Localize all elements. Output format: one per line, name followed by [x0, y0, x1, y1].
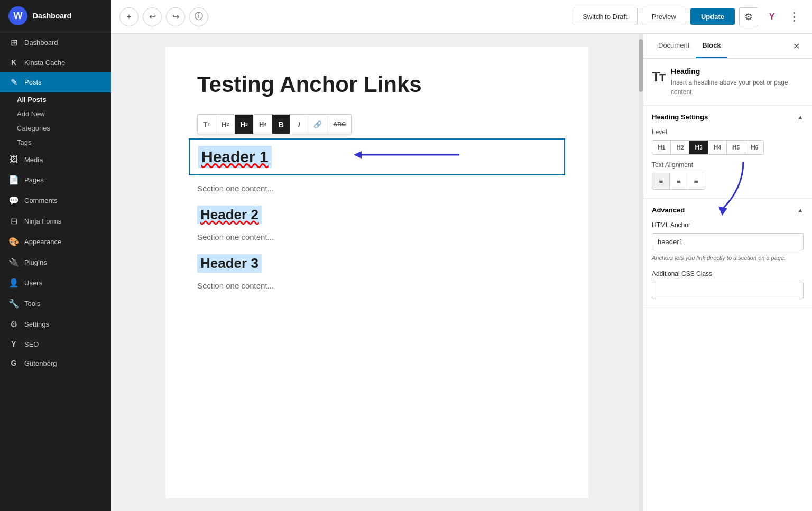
settings-button[interactable]: ⚙	[739, 7, 758, 26]
preview-button[interactable]: Preview	[642, 8, 686, 25]
align-left-button[interactable]: ≡	[652, 173, 670, 189]
sidebar-item-settings[interactable]: ⚙ Settings	[0, 314, 111, 335]
heading-settings-header[interactable]: Heading Settings ▲	[643, 106, 812, 128]
sidebar-item-kinsta-cache[interactable]: K Kinsta Cache	[0, 53, 111, 72]
level-h5-button[interactable]: H5	[727, 141, 745, 154]
section2-content: Section one content...	[197, 233, 557, 241]
block-info: TT Heading Insert a headline above your …	[643, 59, 812, 106]
sidebar-sub-categories[interactable]: Categories	[0, 121, 111, 135]
advanced-title: Advanced	[652, 206, 685, 214]
header3-text[interactable]: Header 3	[197, 254, 262, 273]
scrollbar-thumb[interactable]	[639, 39, 643, 92]
advanced-section-header[interactable]: Advanced ▲	[643, 199, 812, 221]
sidebar-item-label: Comments	[24, 197, 58, 205]
heading-block-icon: TT	[652, 68, 665, 85]
format-toolbar: TT H2 H3 H4 B I 🔗 ABC	[197, 114, 352, 134]
level-buttons: H1 H2 H3 H4 H5 H6	[652, 140, 764, 155]
sidebar-item-posts[interactable]: ✎ Posts	[0, 72, 111, 92]
tab-document[interactable]: Document	[652, 34, 696, 58]
alignment-label: Text Alignment	[652, 161, 804, 169]
header1-text[interactable]: Header 1	[198, 146, 272, 168]
posts-icon: ✎	[8, 77, 19, 87]
sidebar-item-dashboard[interactable]: ⊞ Dashboard	[0, 32, 111, 53]
sidebar-item-seo[interactable]: Y SEO	[0, 335, 111, 354]
panel-tabs: Document Block ✕	[643, 34, 812, 59]
panel-close-button[interactable]: ✕	[789, 39, 804, 53]
format-btn-link[interactable]: 🔗	[308, 115, 328, 134]
format-btn-italic[interactable]: I	[290, 115, 308, 134]
header2-block[interactable]: Header 2	[197, 206, 557, 224]
users-icon: 👤	[8, 278, 19, 288]
format-btn-h2[interactable]: H2	[216, 115, 235, 134]
editor-panel-wrap: Testing Anchor Links TT H2 H3 H4 B I 🔗 A…	[111, 34, 812, 511]
level-h2-button[interactable]: H2	[671, 141, 689, 154]
sidebar-item-label: Plugins	[24, 258, 47, 266]
wp-logo-icon: W	[8, 6, 27, 25]
css-class-input[interactable]	[652, 282, 804, 299]
seo-icon: Y	[8, 340, 19, 348]
sidebar-item-users[interactable]: 👤 Users	[0, 273, 111, 293]
css-class-label: Additional CSS Class	[652, 270, 804, 277]
sidebar-item-label: Ninja Forms	[24, 217, 61, 225]
post-title[interactable]: Testing Anchor Links	[197, 72, 557, 97]
sidebar-item-plugins[interactable]: 🔌 Plugins	[0, 252, 111, 273]
sidebar-item-media[interactable]: 🖼 Media	[0, 150, 111, 170]
format-btn-h3[interactable]: H3	[235, 115, 253, 134]
sidebar-item-label: Media	[24, 156, 43, 164]
sidebar-item-label: SEO	[24, 340, 39, 348]
add-block-button[interactable]: ＋	[119, 7, 139, 26]
html-anchor-input[interactable]	[652, 233, 804, 250]
align-right-button[interactable]: ≡	[687, 173, 704, 189]
sidebar-item-comments[interactable]: 💬 Comments	[0, 190, 111, 211]
level-h4-button[interactable]: H4	[708, 141, 727, 154]
scrollbar-track	[639, 34, 643, 511]
heading-settings-title: Heading Settings	[652, 113, 708, 121]
sidebar-item-pages[interactable]: 📄 Pages	[0, 170, 111, 190]
advanced-section: Advanced ▲ HTML Anchor Anchors lets you …	[643, 199, 812, 308]
format-btn-strikethrough[interactable]: ABC	[328, 115, 351, 134]
main-wrap: ＋ ↩ ↪ ⓘ Switch to Draft Preview Update ⚙…	[111, 0, 812, 511]
sidebar-item-appearance[interactable]: 🎨 Appearance	[0, 231, 111, 252]
comments-icon: 💬	[8, 196, 19, 206]
plugins-icon: 🔌	[8, 257, 19, 267]
sidebar-item-tools[interactable]: 🔧 Tools	[0, 293, 111, 314]
right-panel: Document Block ✕ TT Heading Insert a hea…	[643, 34, 812, 511]
tab-block[interactable]: Block	[696, 34, 727, 58]
editor-area[interactable]: Testing Anchor Links TT H2 H3 H4 B I 🔗 A…	[111, 34, 643, 511]
sidebar: W Dashboard ⊞ Dashboard K Kinsta Cache ✎…	[0, 0, 111, 511]
sidebar-item-label: Pages	[24, 176, 44, 184]
level-h6-button[interactable]: H6	[745, 141, 763, 154]
align-center-button[interactable]: ≡	[670, 173, 687, 189]
sidebar-sub-tags[interactable]: Tags	[0, 135, 111, 150]
sidebar-sub-add-new[interactable]: Add New	[0, 107, 111, 121]
more-options-button[interactable]: ⋮	[786, 8, 804, 26]
switch-to-draft-button[interactable]: Switch to Draft	[573, 8, 638, 25]
redo-button[interactable]: ↪	[166, 7, 185, 26]
level-h3-button[interactable]: H3	[689, 141, 708, 154]
media-icon: 🖼	[8, 155, 19, 164]
section1-content: Section one content...	[197, 184, 557, 193]
undo-button[interactable]: ↩	[143, 7, 162, 26]
sidebar-logo[interactable]: W Dashboard	[0, 0, 111, 32]
header3-block[interactable]: Header 3	[197, 254, 557, 273]
sidebar-item-ninja-forms[interactable]: ⊟ Ninja Forms	[0, 211, 111, 231]
header2-text[interactable]: Header 2	[197, 206, 262, 224]
tools-icon: 🔧	[8, 299, 19, 309]
anchor-help-text: Anchors lets you link directly to a sect…	[652, 254, 804, 263]
settings-icon: ⚙	[8, 319, 19, 329]
format-btn-h4[interactable]: H4	[254, 115, 272, 134]
update-button[interactable]: Update	[690, 8, 735, 25]
sidebar-item-label: Posts	[24, 78, 42, 86]
advanced-chevron: ▲	[797, 207, 804, 214]
level-h1-button[interactable]: H1	[652, 141, 671, 154]
gutenberg-icon: G	[8, 359, 19, 367]
advanced-section-body: HTML Anchor Anchors lets you link direct…	[643, 221, 812, 308]
section3-content: Section one content...	[197, 281, 557, 290]
info-button[interactable]: ⓘ	[189, 7, 208, 26]
sidebar-sub-all-posts[interactable]: All Posts	[0, 92, 111, 107]
format-btn-bold[interactable]: B	[272, 115, 290, 134]
sidebar-item-gutenberg[interactable]: G Gutenberg	[0, 354, 111, 373]
format-btn-tt[interactable]: TT	[198, 115, 216, 134]
header1-block[interactable]: Header 1	[189, 138, 565, 175]
yoast-button[interactable]: Y	[762, 7, 781, 26]
